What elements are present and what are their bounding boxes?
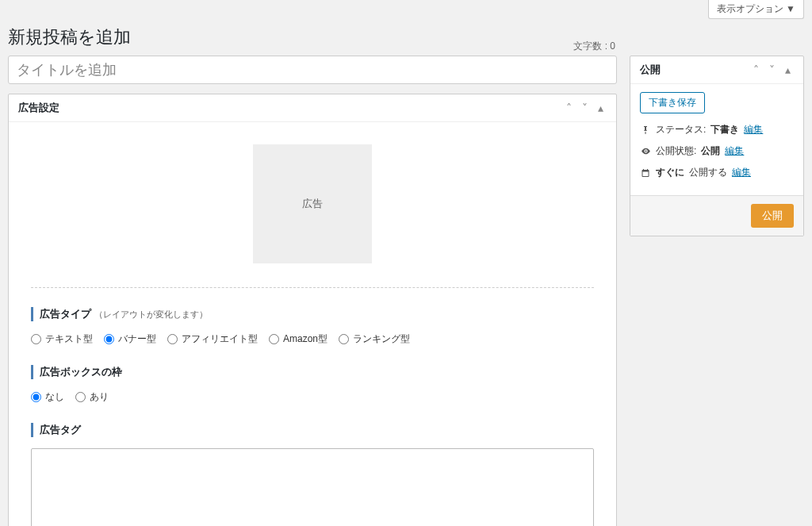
ad-type-radio-group: テキスト型 バナー型 アフィリエイト型 Amazon型	[31, 332, 594, 346]
status-line: ステータス: 下書き 編集	[640, 123, 794, 136]
panel-toggle-icon[interactable]: ▴	[594, 102, 607, 114]
visibility-line: 公開状態: 公開 編集	[640, 144, 794, 158]
publish-box: 公開 ˄ ˅ ▴ 下書き保存 ステータス: 下書き 編集	[630, 56, 804, 236]
panel-down-icon[interactable]: ˅	[765, 63, 778, 76]
ad-border-none[interactable]: なし	[31, 390, 64, 404]
panel-up-icon[interactable]: ˄	[749, 63, 762, 76]
ad-border-radio-group: なし あり	[31, 390, 594, 404]
divider	[31, 287, 594, 288]
screen-options-button[interactable]: 表示オプション ▼	[708, 0, 804, 19]
ad-type-text-radio[interactable]	[31, 334, 41, 344]
ad-type-label: 広告タイプ （レイアウトが変化します）	[31, 307, 594, 321]
eye-icon	[640, 146, 651, 157]
ad-border-label: 広告ボックスの枠	[31, 365, 594, 379]
ad-type-text[interactable]: テキスト型	[31, 332, 93, 346]
ad-tag-textarea[interactable]	[31, 448, 594, 526]
ad-settings-box: 広告設定 ˄ ˅ ▴ 広告 広告タイプ （レイアウトが変化します）	[8, 94, 617, 526]
ad-type-affiliate[interactable]: アフィリエイト型	[167, 332, 258, 346]
ad-settings-title: 広告設定	[18, 101, 59, 115]
ad-type-amazon-radio[interactable]	[269, 334, 279, 344]
panel-down-icon[interactable]: ˅	[578, 102, 591, 114]
character-count: 文字数 : 0	[573, 40, 615, 53]
post-title-input[interactable]	[8, 56, 617, 84]
ad-preview-box: 広告	[253, 144, 372, 263]
schedule-line: すぐに 公開する 編集	[640, 166, 794, 179]
save-draft-button[interactable]: 下書き保存	[640, 92, 705, 113]
edit-visibility-link[interactable]: 編集	[725, 144, 744, 158]
panel-up-icon[interactable]: ˄	[562, 102, 575, 114]
panel-toggle-icon[interactable]: ▴	[781, 63, 794, 76]
ad-border-yes[interactable]: あり	[75, 390, 109, 404]
ad-type-banner-radio[interactable]	[104, 334, 114, 344]
ad-type-affiliate-radio[interactable]	[167, 334, 178, 344]
ad-border-yes-radio[interactable]	[75, 392, 86, 402]
publish-button[interactable]: 公開	[751, 204, 794, 228]
calendar-icon	[640, 167, 651, 179]
page-title: 新規投稿を追加	[8, 25, 804, 49]
edit-status-link[interactable]: 編集	[744, 123, 763, 136]
ad-type-banner[interactable]: バナー型	[104, 332, 156, 346]
ad-type-amazon[interactable]: Amazon型	[269, 332, 327, 346]
edit-schedule-link[interactable]: 編集	[732, 166, 751, 179]
ad-border-none-radio[interactable]	[31, 392, 41, 402]
ad-type-ranking[interactable]: ランキング型	[339, 332, 410, 346]
publish-box-title: 公開	[640, 63, 661, 77]
ad-tag-label: 広告タグ	[31, 423, 594, 437]
ad-type-ranking-radio[interactable]	[339, 334, 349, 344]
pin-icon	[640, 125, 651, 136]
